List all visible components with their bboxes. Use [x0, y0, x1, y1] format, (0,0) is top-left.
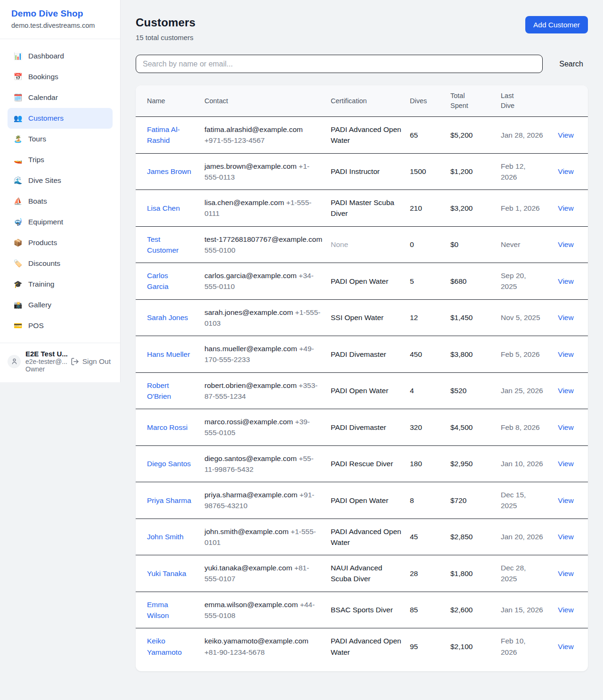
- bookings-icon: 📅: [13, 73, 23, 81]
- view-link[interactable]: View: [558, 496, 573, 504]
- products-icon: 📦: [13, 239, 23, 247]
- customer-certification: PADI Open Water: [331, 488, 410, 513]
- table-row: Keiko Yamamoto keiko.yamamoto@example.co…: [136, 628, 588, 665]
- customer-email: james.brown@example.com: [204, 162, 297, 170]
- table-header-row: NameContactCertificationDivesTotal Spent…: [136, 85, 588, 117]
- add-customer-button[interactable]: Add Customer: [525, 16, 588, 33]
- view-link[interactable]: View: [558, 460, 573, 468]
- customer-email: john.smith@example.com: [204, 527, 289, 535]
- pos-icon: 💳: [13, 321, 23, 330]
- customer-certification: SSI Open Water: [331, 305, 410, 330]
- customer-name-link[interactable]: Priya Sharma: [147, 496, 191, 504]
- sidebar-item-label: Products: [28, 239, 57, 247]
- customer-name-link[interactable]: John Smith: [147, 533, 184, 541]
- view-link[interactable]: View: [558, 642, 573, 651]
- user-role: Owner: [25, 365, 66, 373]
- customer-last-dive: Feb 1, 2026: [501, 196, 551, 221]
- view-link[interactable]: View: [558, 533, 573, 541]
- sidebar-item-boats[interactable]: ⛵ Boats: [8, 191, 113, 212]
- trips-icon: 🚤: [13, 156, 23, 164]
- search-input[interactable]: [136, 55, 543, 73]
- customer-email: yuki.tanaka@example.com: [204, 564, 292, 572]
- customer-phone: +81-90-1234-5678: [204, 648, 265, 656]
- table-row: Emma Wilson emma.wilson@example.com +44-…: [136, 592, 588, 629]
- customer-last-dive: Feb 10, 2026: [501, 628, 551, 665]
- customer-certification: BSAC Sports Diver: [331, 597, 410, 622]
- view-link[interactable]: View: [558, 387, 573, 395]
- sidebar-item-pos[interactable]: 💳 POS: [8, 315, 113, 336]
- customer-contact: priya.sharma@example.com +91-98765-43210: [204, 482, 331, 519]
- view-link[interactable]: View: [558, 606, 573, 614]
- customer-contact: keiko.yamamoto@example.com +81-90-1234-5…: [204, 628, 331, 665]
- table-row: Sarah Jones sarah.jones@example.com +1-5…: [136, 300, 588, 337]
- sidebar-item-equipment[interactable]: 🤿 Equipment: [8, 212, 113, 232]
- main-content: Customers 15 total customers Add Custome…: [121, 0, 603, 683]
- customer-name-link[interactable]: Test Customer: [147, 235, 179, 254]
- customer-last-dive: Jan 15, 2026: [501, 597, 551, 622]
- customer-count: 15 total customers: [136, 33, 196, 41]
- sidebar-item-trips[interactable]: 🚤 Trips: [8, 149, 113, 170]
- view-link[interactable]: View: [558, 423, 573, 431]
- shop-name: Demo Dive Shop: [11, 8, 109, 19]
- customer-certification: PADI Advanced Open Water: [331, 117, 410, 153]
- customer-name-link[interactable]: James Brown: [147, 167, 191, 175]
- customer-name-link[interactable]: Emma Wilson: [147, 601, 169, 619]
- column-header-action: [551, 91, 588, 112]
- customer-contact: james.brown@example.com +1-555-0113: [204, 154, 331, 190]
- customer-dives: 28: [410, 561, 450, 586]
- table-row: Hans Mueller hans.mueller@example.com +4…: [136, 336, 588, 373]
- sidebar-item-training[interactable]: 🎓 Training: [8, 274, 113, 295]
- table-row: Carlos Garcia carlos.garcia@example.com …: [136, 263, 588, 300]
- sidebar-item-calendar[interactable]: 🗓️ Calendar: [8, 87, 113, 108]
- customer-contact: carlos.garcia@example.com +34-555-0110: [204, 263, 331, 299]
- customer-name-link[interactable]: Fatima Al-Rashid: [147, 125, 180, 144]
- customer-dives: 85: [410, 597, 450, 622]
- sidebar-item-discounts[interactable]: 🏷️ Discounts: [8, 253, 113, 274]
- sidebar-item-label: Gallery: [28, 301, 51, 309]
- view-link[interactable]: View: [558, 569, 573, 577]
- customer-name-link[interactable]: Robert O'Brien: [147, 381, 171, 400]
- training-icon: 🎓: [13, 280, 23, 288]
- customer-name-link[interactable]: Keiko Yamamoto: [147, 637, 182, 656]
- view-link[interactable]: View: [558, 167, 573, 175]
- view-link[interactable]: View: [558, 131, 573, 139]
- customer-contact: lisa.chen@example.com +1-555-0111: [204, 190, 331, 226]
- customer-last-dive: Jan 28, 2026: [501, 123, 551, 148]
- boats-icon: ⛵: [13, 197, 23, 206]
- sidebar-item-dive-sites[interactable]: 🌊 Dive Sites: [8, 170, 113, 191]
- customer-total-spent: $1,200: [450, 159, 501, 184]
- customer-name-link[interactable]: Lisa Chen: [147, 204, 180, 212]
- column-header-certification: Certification: [331, 91, 410, 112]
- sidebar-item-label: Trips: [28, 156, 44, 164]
- sidebar-item-bookings[interactable]: 📅 Bookings: [8, 66, 113, 87]
- customer-name-link[interactable]: Yuki Tanaka: [147, 569, 186, 577]
- sign-out-button[interactable]: Sign Out: [71, 357, 111, 366]
- customer-dives: 0: [410, 232, 450, 257]
- sidebar-nav: 📊 Dashboard 📅 Bookings 🗓️ Calendar 👥 Cus…: [0, 39, 120, 342]
- view-link[interactable]: View: [558, 204, 573, 212]
- customer-name-link[interactable]: Hans Mueller: [147, 350, 190, 358]
- view-link[interactable]: View: [558, 240, 573, 248]
- sidebar-item-tours[interactable]: 🏝️ Tours: [8, 129, 113, 149]
- sidebar-item-gallery[interactable]: 📸 Gallery: [8, 295, 113, 315]
- sidebar-item-customers[interactable]: 👥 Customers: [8, 108, 113, 129]
- customer-contact: john.smith@example.com +1-555-0101: [204, 519, 331, 555]
- customer-name-link[interactable]: Diego Santos: [147, 460, 191, 468]
- customer-name-link[interactable]: Carlos Garcia: [147, 272, 169, 290]
- sidebar-item-dashboard[interactable]: 📊 Dashboard: [8, 46, 113, 66]
- customer-last-dive: Sep 20, 2025: [501, 263, 551, 299]
- user-info: E2E Test U... e2e-tester@... Owner: [25, 350, 66, 373]
- customer-contact: test-1772681807767@example.com 555-0100: [204, 227, 331, 263]
- customer-name-link[interactable]: Sarah Jones: [147, 313, 188, 321]
- customer-certification: None: [331, 232, 410, 257]
- view-link[interactable]: View: [558, 313, 573, 321]
- customer-name-link[interactable]: Marco Rossi: [147, 423, 187, 431]
- customer-contact: marco.rossi@example.com +39-555-0105: [204, 409, 331, 445]
- sidebar-item-label: Calendar: [28, 93, 58, 102]
- dashboard-icon: 📊: [13, 52, 23, 60]
- search-button[interactable]: Search: [554, 56, 588, 72]
- customer-last-dive: Never: [501, 232, 551, 257]
- sidebar-item-products[interactable]: 📦 Products: [8, 232, 113, 253]
- view-link[interactable]: View: [558, 277, 573, 285]
- view-link[interactable]: View: [558, 350, 573, 358]
